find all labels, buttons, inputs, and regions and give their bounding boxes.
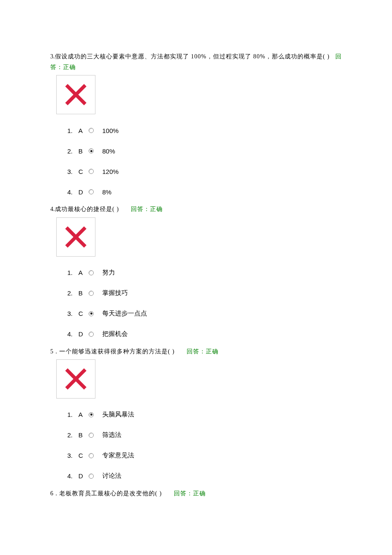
- option-radio[interactable]: [89, 169, 94, 174]
- options-list: 1.A100%2.B80%3.C120%4.D8%: [50, 120, 342, 202]
- option-letter: A: [78, 411, 89, 418]
- option-index: 1.: [67, 127, 78, 134]
- question-text: 成功最核心的捷径是( ): [55, 206, 119, 212]
- option-index: 2.: [67, 147, 78, 155]
- option-index: 3.: [67, 168, 78, 175]
- option-radio[interactable]: [89, 128, 94, 133]
- options-list: 1.A头脑风暴法2.B筛选法3.C专家意见法4.D讨论法: [50, 405, 342, 486]
- option-index: 4.: [67, 188, 78, 196]
- question-block: 3.假设成功的三大核心要素中意愿、方法都实现了 100%，但过程实现了 80%，…: [50, 51, 342, 202]
- option-index: 1.: [67, 411, 78, 418]
- option-letter: D: [78, 472, 89, 480]
- answer-feedback: 回: [335, 51, 342, 62]
- mark-box: [56, 359, 95, 399]
- option-text: 筛选法: [101, 431, 121, 439]
- option-letter: B: [78, 431, 89, 439]
- option-text: 每天进步一点点: [101, 309, 147, 318]
- option-row[interactable]: 4.D讨论法: [67, 466, 342, 486]
- option-text: 8%: [101, 188, 112, 196]
- option-letter: B: [78, 147, 89, 155]
- option-text: 100%: [101, 127, 118, 134]
- option-index: 4.: [67, 330, 78, 338]
- question-text: 老板教育员工最核心的是改变他的( ): [59, 490, 162, 497]
- option-text: 专家意见法: [101, 451, 134, 460]
- option-radio[interactable]: [89, 332, 94, 337]
- option-radio[interactable]: [89, 148, 94, 153]
- option-text: 把握机会: [101, 330, 128, 338]
- answer-feedback: 回答：正确: [131, 206, 163, 212]
- x-mark-icon: [63, 367, 88, 391]
- option-text: 讨论法: [101, 472, 121, 480]
- question-header: 4.成功最核心的捷径是( )回答：正确: [50, 204, 342, 214]
- option-radio[interactable]: [89, 474, 94, 479]
- question-number: 6．: [50, 490, 59, 497]
- option-row[interactable]: 4.D把握机会: [67, 324, 342, 344]
- option-radio[interactable]: [89, 270, 94, 275]
- option-index: 2.: [67, 431, 78, 439]
- option-letter: C: [78, 168, 89, 175]
- question-header: 3.假设成功的三大核心要素中意愿、方法都实现了 100%，但过程实现了 80%，…: [50, 51, 342, 72]
- options-list: 1.A努力2.B掌握技巧3.C每天进步一点点4.D把握机会: [50, 263, 342, 344]
- option-row[interactable]: 4.D8%: [67, 182, 342, 202]
- question-block: 5．一个能够迅速获得很多种方案的方法是( )回答：正确1.A头脑风暴法2.B筛选…: [50, 346, 342, 486]
- option-row[interactable]: 2.B筛选法: [67, 425, 342, 445]
- option-text: 120%: [101, 168, 118, 175]
- option-radio[interactable]: [89, 291, 94, 296]
- x-mark-icon: [63, 225, 88, 249]
- option-row[interactable]: 1.A努力: [67, 263, 342, 283]
- answer-feedback: 回答：正确: [187, 348, 219, 355]
- option-letter: D: [78, 188, 89, 196]
- question-text: 假设成功的三大核心要素中意愿、方法都实现了 100%，但过程实现了 80%，那么…: [55, 53, 330, 60]
- option-radio[interactable]: [89, 412, 94, 417]
- option-radio[interactable]: [89, 453, 94, 458]
- option-letter: C: [78, 310, 89, 317]
- option-text: 努力: [101, 269, 115, 277]
- option-row[interactable]: 3.C专家意见法: [67, 445, 342, 466]
- option-index: 1.: [67, 269, 78, 276]
- option-row[interactable]: 3.C120%: [67, 161, 342, 182]
- option-radio[interactable]: [89, 433, 94, 438]
- question-number: 3.: [50, 53, 55, 60]
- question-block: 4.成功最核心的捷径是( )回答：正确1.A努力2.B掌握技巧3.C每天进步一点…: [50, 204, 342, 344]
- option-letter: D: [78, 330, 89, 338]
- question-number: 5．: [50, 348, 59, 355]
- question-text: 一个能够迅速获得很多种方案的方法是( ): [59, 348, 175, 355]
- option-row[interactable]: 2.B80%: [67, 141, 342, 161]
- option-text: 80%: [101, 147, 115, 155]
- option-index: 2.: [67, 289, 78, 297]
- option-text: 头脑风暴法: [101, 410, 134, 419]
- option-letter: A: [78, 269, 89, 276]
- mark-box: [56, 75, 95, 114]
- option-text: 掌握技巧: [101, 289, 128, 297]
- option-letter: A: [78, 127, 89, 134]
- option-letter: B: [78, 289, 89, 297]
- option-row[interactable]: 1.A100%: [67, 120, 342, 141]
- question-header: 6．老板教育员工最核心的是改变他的( )回答：正确: [50, 488, 342, 499]
- mark-box: [56, 217, 95, 257]
- option-letter: C: [78, 452, 89, 459]
- question-number: 4.: [50, 206, 55, 212]
- option-radio[interactable]: [89, 311, 94, 316]
- answer-feedback: 回答：正确: [174, 490, 206, 497]
- x-mark-icon: [63, 82, 88, 107]
- option-index: 4.: [67, 472, 78, 480]
- option-row[interactable]: 2.B掌握技巧: [67, 283, 342, 304]
- question-block: 6．老板教育员工最核心的是改变他的( )回答：正确: [50, 488, 342, 499]
- option-radio[interactable]: [89, 189, 94, 194]
- option-index: 3.: [67, 310, 78, 317]
- option-row[interactable]: 1.A头脑风暴法: [67, 405, 342, 425]
- answer-feedback-continued: 答：正确: [50, 64, 76, 70]
- option-index: 3.: [67, 452, 78, 459]
- question-header: 5．一个能够迅速获得很多种方案的方法是( )回答：正确: [50, 346, 342, 357]
- option-row[interactable]: 3.C每天进步一点点: [67, 304, 342, 324]
